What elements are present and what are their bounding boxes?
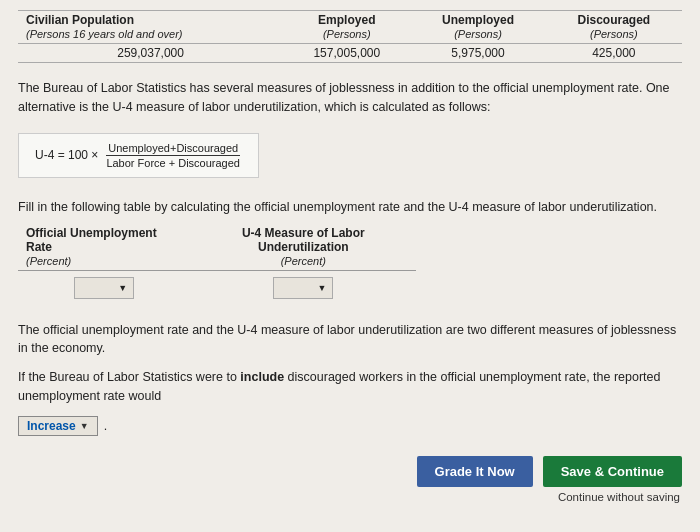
top-table-container: Civilian Population (Persons 16 years ol… xyxy=(18,10,682,63)
bottom-text-2-bold: include xyxy=(240,370,284,384)
fill-col2-dropdown[interactable]: ▼ xyxy=(273,277,333,299)
bottom-text-1: The official unemployment rate and the U… xyxy=(18,321,682,359)
save-button[interactable]: Save & Continue xyxy=(543,456,682,487)
button-row: Grade It Now Save & Continue xyxy=(18,456,682,487)
bottom-bar: Grade It Now Save & Continue Continue wi… xyxy=(18,456,682,503)
increase-dropdown-arrow-icon: ▼ xyxy=(80,421,89,431)
continue-link[interactable]: Continue without saving xyxy=(18,491,682,503)
fill-instruction: Fill in the following table by calculati… xyxy=(18,200,682,214)
col3-value: 5,975,000 xyxy=(410,44,545,63)
page-wrapper: Civilian Population (Persons 16 years ol… xyxy=(0,0,700,532)
formula-box: U-4 = 100 × Unemployed+Discouraged Labor… xyxy=(18,133,259,178)
increase-label: Increase xyxy=(27,419,76,433)
col3-header: Unemployed (Persons) xyxy=(410,11,545,44)
description-text: The Bureau of Labor Statistics has sever… xyxy=(18,79,682,117)
dropdown1-arrow-icon: ▼ xyxy=(118,283,127,293)
fill-table-row: ▼ ▼ xyxy=(18,270,416,305)
increase-dropdown[interactable]: Increase ▼ xyxy=(18,416,98,436)
dropdown2-arrow-icon: ▼ xyxy=(317,283,326,293)
fill-col1-cell: ▼ xyxy=(18,270,190,305)
formula-numerator: Unemployed+Discouraged xyxy=(106,142,240,156)
fill-col1-dropdown[interactable]: ▼ xyxy=(74,277,134,299)
col1-value: 259,037,000 xyxy=(18,44,283,63)
fill-col1-header: Official Unemployment Rate (Percent) xyxy=(18,224,190,271)
formula-lhs: U-4 = 100 × xyxy=(35,148,98,162)
bottom-text-2: If the Bureau of Labor Statistics were t… xyxy=(18,368,682,406)
col1-header: Civilian Population (Persons 16 years ol… xyxy=(18,11,283,44)
fill-col2-cell: ▼ xyxy=(190,270,416,305)
bottom-text-2-prefix: If the Bureau of Labor Statistics were t… xyxy=(18,370,237,384)
grade-button[interactable]: Grade It Now xyxy=(417,456,533,487)
fill-col2-header: U-4 Measure of Labor Underutilization (P… xyxy=(190,224,416,271)
fill-table: Official Unemployment Rate (Percent) U-4… xyxy=(18,224,416,305)
col4-header: Discouraged (Persons) xyxy=(546,11,682,44)
col4-value: 425,000 xyxy=(546,44,682,63)
col2-value: 157,005,000 xyxy=(283,44,410,63)
col2-header: Employed (Persons) xyxy=(283,11,410,44)
period-text: . xyxy=(104,419,107,433)
formula-denominator: Labor Force + Discouraged xyxy=(104,156,242,169)
formula-fraction: Unemployed+Discouraged Labor Force + Dis… xyxy=(104,142,242,169)
data-table: Civilian Population (Persons 16 years ol… xyxy=(18,10,682,63)
increase-row: Increase ▼ . xyxy=(18,416,682,436)
